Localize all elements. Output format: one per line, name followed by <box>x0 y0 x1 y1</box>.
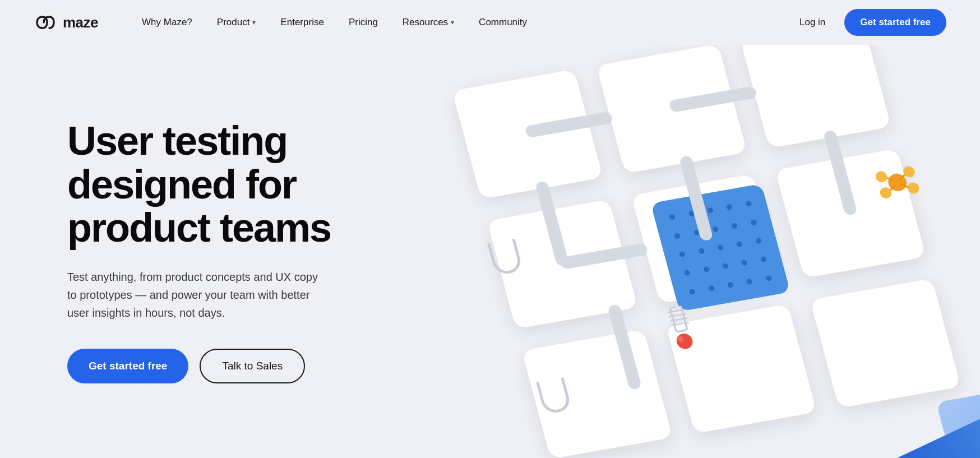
red-spring-element <box>659 304 704 355</box>
illustration-card-3 <box>740 45 891 148</box>
hero-subtitle: Test anything, from product concepts and… <box>67 268 325 322</box>
nav-enterprise[interactable]: Enterprise <box>270 12 334 33</box>
hero-illustration <box>453 45 980 458</box>
nav-pricing[interactable]: Pricing <box>339 12 388 33</box>
maze-logo-icon <box>34 15 57 30</box>
nav-cta-button[interactable]: Get started free <box>844 9 946 36</box>
hero-section: User testing designed for product teams … <box>0 45 980 458</box>
nav-why-maze[interactable]: Why Maze? <box>132 12 202 33</box>
nav-right: Log in Get started free <box>789 9 946 36</box>
illustration-grid <box>385 45 980 458</box>
login-link[interactable]: Log in <box>789 12 835 33</box>
hero-title: User testing designed for product teams <box>67 119 415 250</box>
resources-chevron-icon: ▾ <box>451 18 454 26</box>
navbar: maze Why Maze? Product ▾ Enterprise Pric… <box>0 0 980 45</box>
svg-point-4 <box>907 182 921 195</box>
svg-point-14 <box>675 332 695 350</box>
svg-point-1 <box>875 170 889 183</box>
brand-name: maze <box>63 14 98 31</box>
illustration-card-9 <box>810 279 961 409</box>
nav-resources[interactable]: Resources ▾ <box>392 12 464 33</box>
hero-buttons: Get started free Talk to Sales <box>67 349 415 383</box>
nav-product[interactable]: Product ▾ <box>207 12 266 33</box>
logo-link[interactable]: maze <box>34 14 98 31</box>
svg-point-3 <box>879 187 893 200</box>
hero-content: User testing designed for product teams … <box>67 119 415 383</box>
product-chevron-icon: ▾ <box>252 18 256 26</box>
hero-cta-button[interactable]: Get started free <box>67 349 188 383</box>
nav-links: Why Maze? Product ▾ Enterprise Pricing R… <box>132 12 789 33</box>
hero-sales-button[interactable]: Talk to Sales <box>200 349 305 383</box>
nav-community[interactable]: Community <box>469 12 537 33</box>
